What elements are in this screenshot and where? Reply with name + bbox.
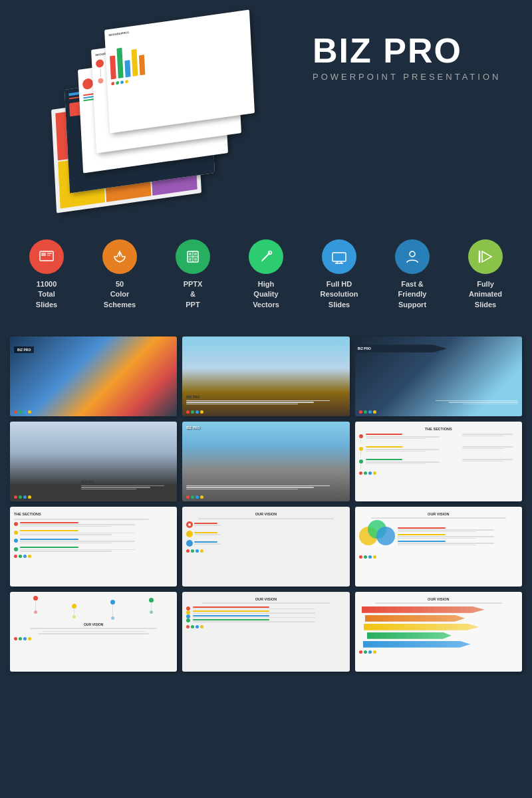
feature-color-schemes: 50 Color Schemes (88, 239, 152, 310)
thumb-hbars[interactable]: THE SECTIONS (10, 507, 177, 587)
feature-icon-color (102, 239, 137, 274)
thumb-vision-1[interactable]: OUR VISION (182, 507, 349, 587)
hero-slides: INFOGRAPHICS (13, 13, 293, 219)
title-area: BIZ PRO POWERPOINT PRESENTATION (293, 13, 519, 95)
product-subtitle: POWERPOINT PRESENTATION (313, 72, 505, 82)
svg-marker-19 (482, 251, 491, 262)
feature-icon-animated (468, 239, 503, 274)
svg-rect-14 (332, 253, 346, 261)
thumb-grad-arrows[interactable]: OUR VISION (355, 592, 522, 672)
feature-label-vectors: High Quality Vectors (253, 279, 279, 310)
feature-label-hd: Full HD Resolution Slides (321, 279, 358, 310)
svg-rect-11 (194, 258, 197, 261)
thumb-city-slide[interactable]: BIZ PRO (10, 336, 177, 416)
thumb-sections-1[interactable]: THE SECTIONS (355, 422, 522, 501)
feature-hd: Full HD Resolution Slides (308, 239, 371, 310)
feature-icon-slides (29, 239, 64, 274)
svg-rect-9 (194, 253, 197, 255)
thumbnails-section: BIZ PRO BIZ PRO (0, 330, 532, 690)
feature-vectors: High Quality Vectors (235, 239, 298, 310)
svg-rect-3 (47, 255, 51, 256)
thumb-vision-2[interactable]: OUR VISION (355, 507, 522, 587)
slide-front: INFOGRAPHICS (104, 10, 255, 134)
feature-icon-support (395, 239, 430, 274)
thumb-man-stand[interactable]: BIZ PRO (10, 422, 177, 501)
svg-rect-8 (189, 253, 192, 255)
feature-icon-pptx (176, 239, 210, 274)
feature-label-slides: 11000 Total Slides (36, 279, 57, 310)
product-title: BIZ PRO (313, 33, 505, 68)
feature-label-support: Fast & Friendly Support (398, 279, 427, 310)
feature-pptx: PPTX & PPT (162, 239, 225, 310)
feature-icon-vectors (249, 239, 283, 274)
feature-label-color: 50 Color Schemes (104, 279, 136, 310)
feature-animated: Fully Animated Slides (454, 239, 517, 310)
thumb-row-4: OUR VISION OUR VISION (10, 592, 522, 672)
svg-point-18 (410, 251, 415, 257)
svg-rect-2 (47, 253, 52, 254)
thumb-row-2: BIZ PRO BIZ PRO (10, 422, 522, 501)
thumb-city2[interactable]: BIZ PRO (182, 422, 349, 501)
thumb-hang-dots[interactable]: OUR VISION (10, 592, 177, 672)
svg-rect-10 (189, 258, 192, 261)
thumb-dark-biz[interactable]: BIZ PRO (355, 336, 522, 416)
thumb-row-3: THE SECTIONS (10, 507, 522, 587)
feature-label-pptx: PPTX & PPT (184, 279, 203, 310)
feature-icon-hd (322, 239, 356, 274)
feature-support: Fast & Friendly Support (381, 239, 444, 310)
features-section: 11000 Total Slides 50 Color Schemes PPTX… (0, 226, 532, 330)
thumb-row-1: BIZ PRO BIZ PRO (10, 336, 522, 416)
thumb-v-timeline[interactable]: OUR VISION (182, 592, 349, 672)
header-section: INFOGRAPHICS (0, 0, 532, 226)
thumb-person-slide[interactable]: BIZ PRO (182, 336, 349, 416)
svg-rect-1 (41, 253, 46, 256)
feature-slides: 11000 Total Slides (15, 239, 78, 310)
feature-label-animated: Fully Animated Slides (469, 279, 502, 310)
slide-stack: INFOGRAPHICS (13, 13, 293, 219)
